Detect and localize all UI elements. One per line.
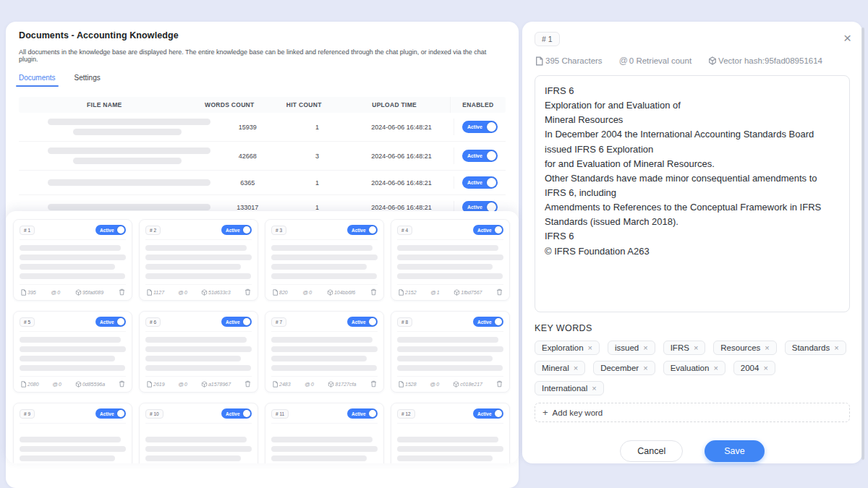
chunk-active-toggle[interactable]: Active (221, 317, 252, 327)
table-row[interactable]: 15939 1 2024-06-06 16:48:21 Active (19, 113, 506, 142)
retrieval-stat: @ 0 Retrieval count (619, 56, 692, 66)
cube-icon (75, 381, 82, 388)
table-row[interactable]: 42668 3 2024-06-06 16:48:21 Active (19, 142, 506, 171)
column-header-words-count: WORDS COUNT (190, 101, 270, 108)
vector-hash-stat: Vector hash:95fad08951614 (708, 56, 822, 65)
keyword-tag[interactable]: Mineral × (535, 361, 585, 375)
chunk-content-editor[interactable]: IFRS 6 Exploration for and Evaluation of… (535, 75, 850, 312)
chunk-card[interactable]: # 10 Active (139, 403, 258, 463)
remove-keyword-icon[interactable]: × (574, 364, 578, 372)
remove-keyword-icon[interactable]: × (643, 364, 647, 372)
chunk-active-toggle[interactable]: Active (95, 408, 126, 419)
chunk-active-toggle[interactable]: Active (347, 317, 378, 327)
remove-keyword-icon[interactable]: × (592, 384, 596, 393)
chunk-card[interactable]: # 6 Active 2619 @ 0 (139, 311, 258, 393)
cube-icon (453, 381, 459, 388)
toggle-knob-icon (243, 410, 250, 417)
chunk-card[interactable]: # 4 Active 2152 @ 1 (391, 219, 510, 301)
trash-icon (496, 380, 503, 388)
chunk-active-toggle[interactable]: Active (473, 225, 503, 235)
character-count: 2080 (20, 381, 39, 388)
delete-chunk-button[interactable] (119, 380, 125, 388)
placeholder-bar (271, 337, 373, 343)
chunk-text-placeholder (20, 332, 126, 376)
chunk-active-toggle[interactable]: Active (221, 225, 252, 235)
keyword-tag[interactable]: IFRS × (663, 341, 706, 355)
chunk-card[interactable]: # 8 Active 1528 @ 0 (391, 311, 510, 393)
save-button[interactable]: Save (705, 440, 765, 462)
remove-keyword-icon[interactable]: × (834, 343, 838, 352)
retrieval-count: @ 0 (178, 289, 187, 296)
chunk-card[interactable]: # 2 Active 1127 @ 0 (139, 219, 258, 301)
chunk-card-header: # 9 Active (20, 408, 126, 424)
remove-keyword-icon[interactable]: × (588, 343, 592, 352)
add-keyword-input[interactable]: + Add key word (535, 403, 850, 422)
chunk-active-toggle[interactable]: Active (95, 317, 126, 327)
keyword-tag[interactable]: December × (593, 361, 655, 375)
toggle-label: Active (100, 320, 114, 325)
chunk-active-toggle[interactable]: Active (473, 408, 503, 419)
keyword-tag[interactable]: Standards × (785, 341, 846, 355)
chunk-active-toggle[interactable]: Active (347, 408, 378, 419)
toggle-knob-icon (495, 226, 502, 234)
delete-chunk-button[interactable] (119, 288, 125, 296)
delete-chunk-button[interactable] (370, 380, 377, 388)
keywords-list: Exploration × issued × IFRS × Resources … (535, 341, 850, 395)
placeholder-bar (397, 365, 503, 371)
chunk-card[interactable]: # 11 Active (265, 403, 384, 463)
chunk-card[interactable]: # 3 Active 820 @ 0 (265, 219, 384, 301)
remove-keyword-icon[interactable]: × (694, 343, 698, 352)
delete-chunk-button[interactable] (244, 288, 251, 296)
delete-chunk-button[interactable] (496, 288, 503, 296)
chunk-card-footer: 820 @ 0 104bb6f6 (271, 284, 378, 300)
chunk-text-placeholder (145, 240, 252, 284)
cube-icon (201, 381, 208, 388)
remove-keyword-icon[interactable]: × (713, 364, 718, 372)
keyword-tag[interactable]: Evaluation × (663, 361, 726, 375)
chunk-card[interactable]: # 1 Active 395 @ 0 (13, 219, 132, 301)
chunk-card[interactable]: # 12 Active (391, 403, 510, 463)
chunk-active-toggle[interactable]: Active (95, 225, 126, 235)
tab-settings[interactable]: Settings (75, 74, 101, 87)
cancel-button[interactable]: Cancel (620, 440, 683, 462)
remove-keyword-icon[interactable]: × (763, 364, 767, 372)
keyword-tag[interactable]: issued × (608, 341, 655, 355)
placeholder-bar (271, 455, 367, 461)
remove-keyword-icon[interactable]: × (643, 343, 647, 352)
chunk-active-toggle[interactable]: Active (347, 225, 378, 235)
placeholder-bar (397, 337, 498, 343)
enabled-toggle[interactable]: Active (462, 176, 498, 189)
placeholder-bar (271, 365, 377, 371)
placeholder-bar (271, 356, 367, 361)
keyword-tag[interactable]: International × (535, 381, 604, 395)
chunk-card[interactable]: # 7 Active 2483 @ 0 (265, 311, 384, 393)
chunk-active-toggle[interactable]: Active (473, 317, 503, 327)
delete-chunk-button[interactable] (244, 380, 251, 388)
keyword-tag[interactable]: Exploration × (535, 341, 600, 355)
enabled-toggle[interactable]: Active (462, 150, 498, 162)
character-count: 2619 (146, 381, 165, 388)
keyword-tag[interactable]: Resources × (713, 341, 776, 355)
placeholder-bar (20, 346, 126, 352)
table-header-row: FILE NAME WORDS COUNT HIT COUNT UPLOAD T… (19, 97, 506, 113)
remove-keyword-icon[interactable]: × (765, 343, 769, 352)
delete-chunk-button[interactable] (370, 288, 377, 296)
placeholder-bar (20, 264, 115, 270)
toggle-label: Active (226, 411, 240, 416)
vector-hash: 51d633c3 (201, 289, 231, 296)
table-row[interactable]: 6365 1 2024-06-06 16:48:21 Active (19, 171, 506, 195)
chunk-active-toggle[interactable]: Active (221, 408, 252, 419)
chunk-id-badge: # 5 (20, 317, 35, 327)
chunk-card[interactable]: # 9 Active (13, 403, 132, 463)
delete-chunk-button[interactable] (496, 380, 503, 388)
close-icon[interactable]: × (843, 33, 851, 43)
vertical-scrollbar[interactable] (861, 27, 864, 460)
keyword-tag[interactable]: 2004 × (733, 361, 775, 375)
tab-documents[interactable]: Documents (19, 74, 56, 87)
chunk-card[interactable]: # 5 Active 2080 @ 0 (13, 311, 132, 393)
enabled-toggle[interactable]: Active (462, 121, 498, 133)
chunk-text-placeholder (397, 424, 503, 463)
document-icon (146, 381, 153, 388)
chunk-id-badge: # 1 (535, 32, 560, 46)
trash-icon (496, 288, 503, 296)
